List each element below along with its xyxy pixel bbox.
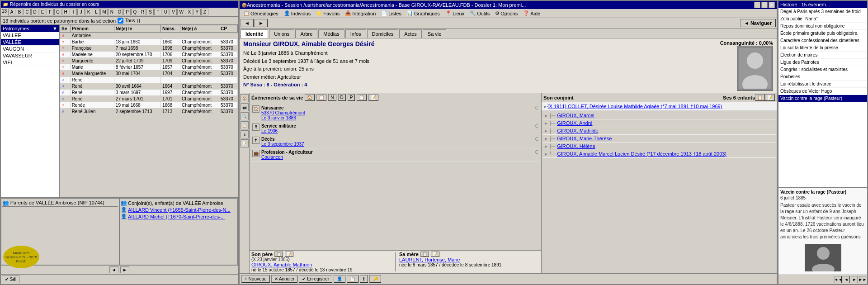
events-btn-d[interactable]: D xyxy=(338,94,346,101)
tab-infos[interactable]: Infos xyxy=(345,29,366,38)
table-row[interactable]: ♀ Marie Marguerite 30 mai 1704 1704 Cham… xyxy=(60,71,238,77)
sidebar-icon-3[interactable]: 🔍 xyxy=(241,112,249,120)
events-btn-p[interactable]: P xyxy=(348,94,355,101)
table-row[interactable]: ♂ René Julien 2 septembre 1713 1713 Cham… xyxy=(60,109,238,115)
events-btn-n[interactable]: N xyxy=(328,94,336,101)
history-item[interactable]: Élection de maires xyxy=(778,52,867,59)
alpha-btn-d[interactable]: D xyxy=(31,9,38,15)
events-btn-6[interactable]: 📋 xyxy=(357,94,367,101)
father-nav-2[interactable]: 📝 xyxy=(285,252,293,257)
alpha-btn-h[interactable]: H xyxy=(62,9,69,15)
alpha-btn-u[interactable]: U xyxy=(162,9,169,15)
tab-unions[interactable]: Unions xyxy=(269,29,294,38)
menu-item-individus[interactable]: 👤Individus xyxy=(281,10,313,17)
left-nav-next[interactable]: ► xyxy=(120,266,129,273)
sidebar-icon-2[interactable]: 📷 xyxy=(241,103,249,111)
alpha-btn-l[interactable]: L xyxy=(93,9,100,15)
alpha-btn-q[interactable]: Q xyxy=(131,9,138,15)
history-item[interactable]: Obsèques de Victor Hugo xyxy=(778,88,867,95)
father-name[interactable]: GIROUX, Aimable Mathurin xyxy=(251,262,392,267)
btn-4[interactable]: 👤 xyxy=(334,275,345,283)
mother-name[interactable]: LAURENT, Hortense, Marie xyxy=(399,257,539,262)
alpha-btn-n[interactable]: N xyxy=(108,9,115,15)
patronyme-item[interactable]: VALLEE xyxy=(1,32,59,39)
history-item[interactable]: Dégel à Paris après 3 semaines de froid xyxy=(778,8,867,15)
alpha-btn-s[interactable]: S xyxy=(146,9,154,15)
left-nav-prev[interactable]: ◄ xyxy=(109,266,118,273)
table-header[interactable]: Né(e) à xyxy=(180,25,219,33)
toolbar-nav-right[interactable]: ► xyxy=(255,19,268,27)
table-row[interactable]: ♂ René 27 mars 1701 1701 Champfrémont 53… xyxy=(60,96,238,102)
patronyme-item[interactable]: VAUGON xyxy=(1,46,59,52)
alpha-btn-m[interactable]: M xyxy=(100,9,108,15)
mother-nav-1[interactable]: 📋 xyxy=(420,252,429,257)
history-item[interactable]: Ligue des Patriotes xyxy=(778,59,867,66)
event-date[interactable]: Le 3 septembre 1937 xyxy=(261,142,533,147)
patronyme-item[interactable]: VIEL xyxy=(1,59,59,66)
alpha-btn-c[interactable]: C xyxy=(24,9,31,15)
btn-6[interactable]: ℹ xyxy=(360,275,368,283)
alpha-btn-z[interactable]: Z xyxy=(201,9,208,15)
menu-item-options[interactable]: ⚙Options xyxy=(492,10,520,17)
right-nav-prev[interactable]: ◄ xyxy=(843,276,850,283)
table-row[interactable]: ♀ Madeleine 20 septembre 170 1706 Champf… xyxy=(60,52,238,58)
children-btn-1[interactable]: 📋 xyxy=(755,94,765,101)
menu-item-lieux[interactable]: 📍Lieux xyxy=(443,10,467,17)
event-location[interactable]: Coulancon xyxy=(261,155,533,160)
table-row[interactable]: ♂ René 30 avril 1664 1664 Champfrémont 5… xyxy=(60,83,238,90)
history-item[interactable]: Congrès : socialistes et marxistes xyxy=(778,66,867,73)
alpha-btn-w[interactable]: W xyxy=(177,9,185,15)
event-location[interactable]: 53370 Champfrémont xyxy=(261,110,533,115)
bottom-right-item[interactable]: 👤AILLARD Michel (†1670-Saint-Pierre-des-… xyxy=(121,213,236,220)
tab-arbre[interactable]: Arbre xyxy=(295,29,317,38)
child-name[interactable]: GIROUX, Aimable Marcel Lucien Désiré (*1… xyxy=(557,151,726,157)
father-nav-1[interactable]: 📋 xyxy=(274,252,283,257)
toolbar-nav-left[interactable]: ◄ xyxy=(241,19,254,27)
alpha-btn-v[interactable]: V xyxy=(170,9,177,15)
tous-checkbox[interactable] xyxy=(118,18,123,24)
enregistrer-btn[interactable]: ✔ Enregistrer xyxy=(299,275,332,283)
alpha-btn-x[interactable]: X xyxy=(186,9,193,15)
menu-item-graphiques[interactable]: 📊Graphiques xyxy=(404,10,443,17)
alpha-btn-a[interactable]: A xyxy=(8,9,15,15)
events-btn-7[interactable]: 📝 xyxy=(368,94,378,101)
person-link[interactable]: AILLARD Michel (†1670-Saint-Pierre-des-.… xyxy=(128,214,225,219)
event-date[interactable]: Le 3 janvier 1886 xyxy=(261,115,533,120)
table-row[interactable]: ♂ René xyxy=(60,77,238,83)
alpha-btn-g[interactable]: G xyxy=(54,9,61,15)
table-row[interactable]: ♂ René 3 mars 1697 1697 Champfrémont 533… xyxy=(60,90,238,96)
minimize-btn[interactable]: _ xyxy=(754,2,760,8)
children-btn-2[interactable]: 📝 xyxy=(765,94,775,101)
events-btn-1[interactable]: 🏠 xyxy=(305,94,315,101)
table-row[interactable]: ♀ Marie 8 février 1657 1657 Champfrémont… xyxy=(60,64,238,71)
navigate-button[interactable]: ◄ Naviguer xyxy=(740,19,776,27)
alpha-btn-b[interactable]: B xyxy=(16,9,23,15)
tab-sa vie[interactable]: Sa vie xyxy=(423,29,447,38)
table-header[interactable]: Naiss. xyxy=(160,25,180,33)
child-name[interactable]: GIROUX, Marie-Thérèse xyxy=(557,136,612,141)
history-item[interactable]: École primaire gratuite puis obligatoire… xyxy=(778,30,867,37)
table-row[interactable]: ♀ Marguerite 22 juillet 1709 1709 Champf… xyxy=(60,58,238,64)
history-item[interactable]: Loi sur la liberté de la presse. xyxy=(778,44,867,52)
right-nav-first[interactable]: ◄◄ xyxy=(835,276,842,283)
table-header[interactable]: CP xyxy=(219,25,237,33)
alpha-btn-k[interactable]: K xyxy=(85,9,92,15)
child-name[interactable]: GIROUX, André xyxy=(557,120,592,126)
alpha-btn-i[interactable]: I xyxy=(70,9,77,15)
history-item[interactable]: Caractère confessionnel des cimetières xyxy=(778,37,867,44)
alpha-btn-j[interactable]: J xyxy=(77,9,85,15)
annuler-btn[interactable]: ✕ Annuler xyxy=(271,275,298,283)
spouse-name[interactable]: {X 1911} COLLET, Désirée Louise Mathilde… xyxy=(547,104,722,109)
tab-médias[interactable]: Médias xyxy=(318,29,344,38)
right-nav-last[interactable]: ►► xyxy=(859,276,866,283)
alpha-btn-t[interactable]: T xyxy=(154,9,161,15)
menu-item-aide[interactable]: ❓Aide xyxy=(520,10,543,17)
table-header[interactable]: Né(e) le xyxy=(114,25,160,33)
sidebar-icon-6[interactable]: 📝 xyxy=(241,139,249,147)
person-link[interactable]: AILLARD Vincent (†1655-Saint-Pierre-des-… xyxy=(128,207,231,213)
individuals-table-wrapper[interactable]: SePrénomNé(e) leNaiss.Né(e) àCP ♀ Ambroi… xyxy=(60,25,238,197)
btn-7[interactable]: 🔑 xyxy=(369,275,381,283)
alpha-btn-e[interactable]: E xyxy=(39,9,46,15)
history-item[interactable]: Zola publie "Nana" xyxy=(778,15,867,23)
patronyme-item[interactable]: VALLÉE xyxy=(1,39,59,46)
